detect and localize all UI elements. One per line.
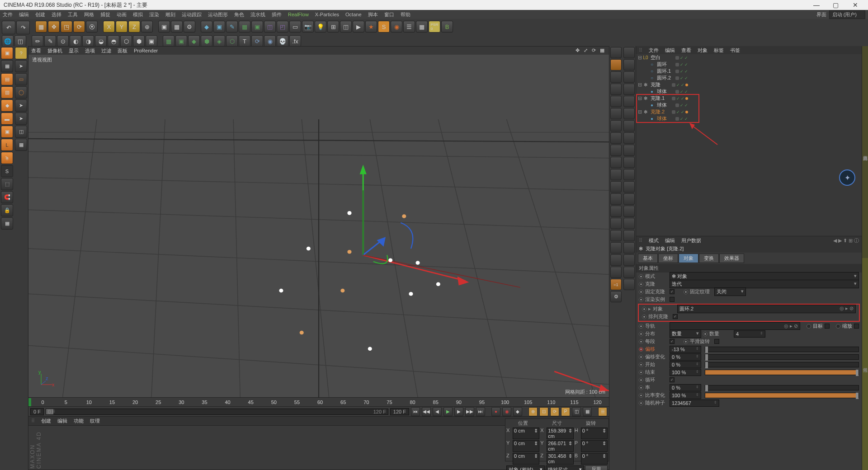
pos-y-field[interactable]: 0 cm⇕ <box>513 440 539 452</box>
offvar-slider[interactable] <box>705 354 859 360</box>
motion-button[interactable]: ▶ <box>353 21 364 33</box>
bend-deformer-button[interactable]: ◰ <box>277 21 288 33</box>
dynamics-button[interactable]: ★ <box>365 21 377 33</box>
sp-5[interactable] <box>610 96 622 107</box>
layer-dot-icon[interactable] <box>675 103 679 107</box>
end-field[interactable]: 100 %⇕ <box>670 369 701 376</box>
undo-button[interactable]: ↶ <box>2 21 15 34</box>
tree-row[interactable]: ⊟✻克隆.2✓✓ <box>636 108 862 115</box>
help-icon[interactable]: ? <box>15 47 27 59</box>
step-checkbox[interactable]: ✓ <box>670 339 675 344</box>
z-axis-lock[interactable]: Z <box>128 21 140 33</box>
start-frame-field[interactable]: 0 F <box>30 408 44 415</box>
vnav-1-icon[interactable]: ✥ <box>576 47 582 54</box>
close-button[interactable]: ✕ <box>846 1 864 9</box>
offset-slider[interactable] <box>705 347 859 352</box>
menu-pipeline[interactable]: 流水线 <box>250 11 265 18</box>
move-tool-button[interactable]: ✥ <box>48 21 60 33</box>
viewport-solo-button[interactable]: ▦ <box>1 217 13 230</box>
next-frame-button[interactable]: ▶ <box>454 407 463 416</box>
visibility-toggle[interactable]: ✓ <box>684 103 688 108</box>
mograph-tag-icon[interactable] <box>685 97 688 100</box>
key-pos-button[interactable]: ⊕ <box>528 407 538 416</box>
clone-dropdown[interactable]: 迭代▾ <box>670 280 859 288</box>
menu-tools[interactable]: 工具 <box>68 11 78 18</box>
rotate-tool-button[interactable]: ⟳ <box>73 21 85 33</box>
simulate-button[interactable]: S <box>378 21 390 33</box>
expand-toggle[interactable]: ⊟ <box>638 95 642 101</box>
workplane2-button[interactable]: ⬚ <box>1 178 13 190</box>
layer-dot-icon[interactable] <box>675 76 679 80</box>
cursor2-icon[interactable]: ➤ <box>15 99 27 112</box>
mat-create[interactable]: 创建 <box>41 418 51 424</box>
tool2-5[interactable]: ◐ <box>70 35 81 47</box>
obj-anim-dot[interactable] <box>642 307 646 311</box>
texture-mode-button[interactable]: ▤ <box>1 73 13 85</box>
poly-mode-button[interactable]: ▣ <box>1 126 13 138</box>
sp-14[interactable] <box>610 206 622 217</box>
attr-nav-icons[interactable]: ◀ ▶ ⬆ ⊞ ⓘ <box>833 237 859 244</box>
visibility-toggle[interactable]: ✓ <box>684 76 688 80</box>
vnav-4-icon[interactable]: ▦ <box>600 47 606 54</box>
tool2-12[interactable]: ▦ <box>163 35 175 47</box>
visibility-toggle[interactable]: ✓ <box>676 110 680 114</box>
select-arrow-icon[interactable]: ➤ <box>15 60 27 72</box>
tool2-20[interactable]: ◉ <box>264 35 276 47</box>
mograph-tag-icon[interactable] <box>685 111 688 113</box>
sp-8[interactable] <box>610 132 622 144</box>
menu-render[interactable]: 渲染 <box>149 11 159 18</box>
rail-link-field[interactable]: ◎ ▸ ⊘ <box>670 322 800 330</box>
recent-tool-button[interactable]: ⦿ <box>86 21 98 33</box>
ratechg-slider[interactable] <box>705 393 859 398</box>
vnav-2-icon[interactable]: ⤢ <box>584 47 590 54</box>
sp2-17[interactable] <box>623 242 635 254</box>
layout-dropdown[interactable]: 启动 (用户) <box>829 10 865 19</box>
coord-size-mode-dropdown[interactable]: 绝对尺寸▾ <box>546 465 584 470</box>
scale-tool-button[interactable]: ◳ <box>61 21 72 33</box>
misc-tool-icon[interactable]: ◫ <box>15 126 27 138</box>
dist-dropdown[interactable]: 数量▾ <box>670 329 701 338</box>
edge-tab-2[interactable]: 属性 <box>862 258 868 470</box>
sp2-18[interactable] <box>623 254 635 266</box>
tool2-19[interactable]: ⟳ <box>251 35 263 47</box>
tool2-15[interactable]: ⬢ <box>201 35 212 47</box>
x-axis-lock[interactable]: X <box>103 21 115 33</box>
mode-anim-dot[interactable] <box>639 274 643 279</box>
align-checkbox[interactable]: ✓ <box>673 314 678 319</box>
menu-tracker[interactable]: 运动跟踪 <box>182 11 202 18</box>
tool2-10[interactable]: ⬢ <box>133 35 145 47</box>
autokey-button[interactable]: ◉ <box>502 407 511 416</box>
menu-simulate[interactable]: 模拟 <box>133 11 143 18</box>
render-settings-button[interactable]: ⚙ <box>184 21 195 33</box>
visibility-toggle[interactable]: ✓ <box>680 76 684 80</box>
menu-script[interactable]: 脚本 <box>368 11 378 18</box>
mat-tex[interactable]: 纹理 <box>90 418 100 424</box>
fixclone-anim-dot[interactable] <box>639 290 643 294</box>
seed-field[interactable]: 1234567⇕ <box>670 400 719 407</box>
coord-apply-button[interactable]: 应用 <box>585 465 608 470</box>
visibility-toggle[interactable]: ✓ <box>680 117 684 121</box>
rot-b-field[interactable]: 0 °⇕ <box>581 453 608 465</box>
globe-icon[interactable]: 🌐 <box>2 35 14 47</box>
mat-edit[interactable]: 编辑 <box>57 418 67 424</box>
layer-dot-icon[interactable] <box>675 70 679 73</box>
sp-1[interactable] <box>610 47 622 58</box>
object-name[interactable]: 克隆 <box>650 81 660 88</box>
prev-frame-button[interactable]: ◀ <box>433 407 442 416</box>
menu-octane[interactable]: Octane <box>345 12 361 17</box>
object-name[interactable]: 球体 <box>656 115 667 122</box>
vmenu-camera[interactable]: 摄像机 <box>47 47 62 54</box>
tree-row[interactable]: ⊟✻克隆.1✓✓ <box>636 95 862 102</box>
om-file[interactable]: 文件 <box>649 47 659 54</box>
cursor3-icon[interactable]: ➤ <box>15 113 27 125</box>
object-name[interactable]: 圆环.1 <box>656 68 671 75</box>
extrude-button[interactable]: ▣ <box>251 21 263 33</box>
visibility-toggle[interactable]: ✓ <box>684 69 688 74</box>
object-name[interactable]: 圆环.2 <box>656 75 671 81</box>
loop-checkbox[interactable]: ✓ <box>670 377 675 382</box>
om-bookmarks[interactable]: 书签 <box>730 47 740 54</box>
tool2-7[interactable]: ◒ <box>95 35 107 47</box>
timeline-button[interactable]: ☰ <box>598 407 607 416</box>
sp2-11[interactable] <box>623 169 635 180</box>
sp2-16[interactable] <box>623 230 635 241</box>
